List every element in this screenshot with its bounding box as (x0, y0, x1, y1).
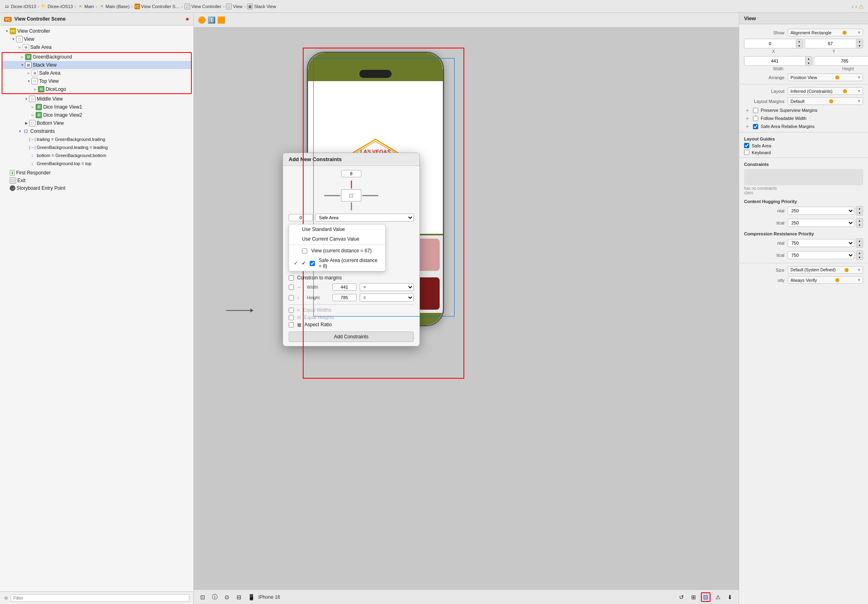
sidebar-item-diceimgview1[interactable]: ▶ 🖼 Dice Image View1 (0, 103, 193, 111)
sidebar-item-greenbg[interactable]: ▶ 🖼 GreenBackground (2, 53, 191, 61)
sidebar-item-diceimgview2[interactable]: ▶ 🖼 Dice Image View2 (0, 111, 193, 119)
compress-h-up[interactable]: ▲ (856, 239, 863, 243)
plus-btn-3[interactable]: + (744, 123, 751, 130)
layout-margins-dropdown[interactable]: Default (788, 97, 863, 105)
compress-v-select[interactable]: 750 (788, 251, 854, 259)
tool-info[interactable]: ⓘ (210, 592, 220, 602)
plus-btn-2[interactable]: + (744, 115, 751, 122)
width-input[interactable] (744, 58, 805, 64)
ambiguity-dropdown[interactable]: Always Verify (788, 276, 863, 284)
equal-widths-checkbox[interactable] (289, 308, 294, 313)
breadcrumb-vc[interactable]: □ View Controller (185, 4, 221, 9)
safe-area-relative-checkbox[interactable] (753, 124, 758, 129)
breadcrumb-main-base[interactable]: ✕ Main (Base) (99, 4, 130, 9)
view-option-checkbox[interactable] (302, 248, 307, 254)
compress-v-stepper[interactable]: ▲ ▼ (856, 250, 863, 260)
height-checkbox[interactable] (289, 295, 294, 300)
hugging-h-stepper[interactable]: ▲ ▼ (856, 206, 863, 216)
width-step-up[interactable]: ▲ (805, 57, 812, 61)
hugging-h-up[interactable]: ▲ (856, 206, 863, 211)
sidebar-item-view[interactable]: ▾ □ View (0, 35, 193, 43)
sidebar-item-bottomview[interactable]: ▶ □ Bottom View (0, 119, 193, 127)
layout-dropdown[interactable]: Inferred (Constraints) (788, 87, 863, 95)
show-dropdown[interactable]: Alignment Rectangle (788, 29, 863, 36)
tool-frame[interactable]: ⊟ (234, 592, 244, 602)
dicelogo-toggle[interactable]: ▶ (32, 87, 38, 91)
compress-h-down[interactable]: ▼ (856, 243, 863, 247)
sidebar-item-c4[interactable]: ↕ GreenBackground.top = top (0, 159, 193, 168)
bottomview-toggle[interactable]: ▶ (23, 121, 29, 125)
compress-h-select[interactable]: 750 (788, 239, 854, 247)
safearea-option-checkbox[interactable] (310, 261, 315, 266)
plus-btn-1[interactable]: + (744, 107, 751, 113)
breadcrumb-vc-scene[interactable]: VC View Controller S… (134, 4, 180, 9)
greenbg-toggle[interactable]: ▶ (19, 55, 25, 59)
width-value-input[interactable] (332, 283, 356, 291)
tool-warn[interactable]: ⚠ (713, 592, 723, 602)
spacing-value-input[interactable] (289, 214, 313, 221)
tool-lock[interactable]: ⊙ (222, 592, 232, 602)
sidebar-item-c1[interactable]: |→| trailing = GreenBackground.trailing (0, 135, 193, 143)
sidebar-item-fr[interactable]: 1 First Responder (0, 169, 193, 176)
close-scene-button[interactable]: ● (185, 15, 189, 23)
diceimgview1-toggle[interactable]: ▶ (30, 105, 36, 109)
hugging-v-select[interactable]: 250 (788, 219, 854, 227)
y-step-up[interactable]: ▲ (856, 39, 863, 44)
nav-next[interactable]: › (855, 3, 857, 10)
sidebar-item-stackview[interactable]: ▾ ▦ Stack View (2, 61, 191, 69)
spacing-option-standard[interactable]: Use Standard Value (289, 224, 385, 234)
spacing-option-view[interactable]: View (current distance = 67) (289, 246, 385, 256)
preserve-superview-checkbox[interactable] (753, 108, 758, 113)
breadcrumb-folder[interactable]: 📁 Dicee-iOS13 (41, 4, 73, 9)
hugging-v-down[interactable]: ▼ (856, 223, 863, 227)
sidebar-item-entry[interactable]: → Storyboard Entry Point (0, 185, 193, 192)
canvas-content[interactable]: LAS VEGAS Dicee (194, 27, 739, 589)
spacing-target-select[interactable]: Safe Area View (315, 214, 414, 222)
vc-toggle[interactable]: ▾ (4, 29, 10, 33)
sidebar-item-dicelogo[interactable]: ▶ 🖼 DiceLogo (2, 85, 191, 93)
x-input[interactable] (744, 40, 796, 47)
tool-refresh[interactable]: ↺ (677, 592, 686, 602)
topview-toggle[interactable]: ▾ (26, 79, 31, 83)
nav-prev[interactable]: ‹ (852, 3, 854, 10)
safearea2-toggle[interactable]: ▶ (26, 71, 31, 75)
sidebar-item-vc[interactable]: ▾ VC View Controller (0, 27, 193, 35)
constraints-toggle[interactable]: ▾ (17, 129, 23, 133)
middleview-toggle[interactable]: ▾ (23, 97, 29, 101)
compress-v-up[interactable]: ▲ (856, 251, 863, 255)
y-input[interactable] (805, 40, 856, 47)
aspect-ratio-checkbox[interactable] (289, 322, 294, 327)
sidebar-item-safearea[interactable]: ▶ ⊟ Safe Area (0, 43, 193, 51)
sidebar-item-constraints[interactable]: ▾ ⊡ Constraints (0, 127, 193, 135)
y-stepper[interactable]: ▲ ▼ (856, 39, 863, 48)
safe-area-guide-checkbox[interactable] (744, 143, 749, 148)
spacing-option-safearea[interactable]: ✓ Safe Area (current distance = 8) (289, 256, 385, 271)
x-step-down[interactable]: ▼ (796, 44, 803, 48)
constrain-margins-checkbox[interactable] (289, 275, 294, 281)
arrange-dropdown[interactable]: Position View (788, 73, 863, 81)
follow-readable-checkbox[interactable] (753, 116, 758, 121)
width-select[interactable]: = (360, 283, 414, 291)
safearea-toggle[interactable]: ▶ (17, 45, 23, 49)
equal-heights-checkbox[interactable] (289, 315, 294, 320)
sidebar-item-topview[interactable]: ▾ □ Top View (2, 77, 191, 85)
tool-grid[interactable]: ⊞ (689, 592, 698, 602)
stackview-toggle[interactable]: ▾ (19, 63, 25, 67)
hugging-v-up[interactable]: ▲ (856, 218, 863, 223)
tool-download[interactable]: ⬇ (725, 592, 735, 602)
hugging-v-stepper[interactable]: ▲ ▼ (856, 218, 863, 228)
add-constraints-button[interactable]: Add Constraints (289, 331, 414, 342)
breadcrumb-main[interactable]: ✕ Main (78, 4, 94, 9)
view-toggle[interactable]: ▾ (10, 37, 16, 41)
height-input[interactable] (814, 58, 868, 64)
x-stepper[interactable]: ▲ ▼ (796, 39, 803, 48)
tool-device[interactable]: 📱 (246, 592, 256, 602)
filter-input[interactable] (10, 594, 189, 602)
y-step-down[interactable]: ▼ (856, 44, 863, 48)
compress-h-stepper[interactable]: ▲ ▼ (856, 238, 863, 248)
sidebar-item-exit[interactable]: ⬚ Exit (0, 176, 193, 185)
top-spacing-input[interactable] (341, 170, 361, 177)
sidebar-item-safearea2[interactable]: ▶ ⊟ Safe Area (2, 69, 191, 77)
width-checkbox[interactable] (289, 285, 294, 290)
tool-constraints[interactable]: ⊡ (701, 592, 711, 602)
